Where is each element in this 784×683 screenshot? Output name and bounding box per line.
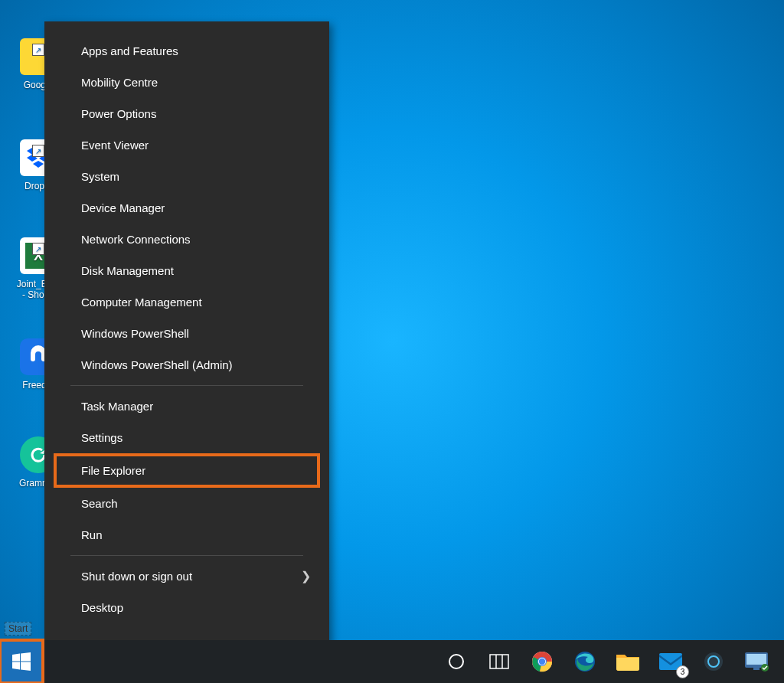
menu-item-settings[interactable]: Settings [44, 422, 329, 453]
menu-item-powershell-admin[interactable]: Windows PowerShell (Admin) [44, 349, 329, 381]
taskbar-edge[interactable] [568, 646, 602, 677]
menu-item-computer-management[interactable]: Computer Management [44, 286, 329, 318]
taskbar-cortana[interactable] [439, 646, 473, 677]
menu-item-powershell[interactable]: Windows PowerShell [44, 318, 329, 349]
menu-item-desktop[interactable]: Desktop [44, 592, 329, 623]
menu-item-task-manager[interactable]: Task Manager [44, 391, 329, 422]
taskbar-task-view[interactable] [482, 646, 516, 677]
menu-item-mobility-centre[interactable]: Mobility Centre [44, 67, 329, 98]
svg-point-0 [449, 655, 463, 668]
taskbar-cortana-app[interactable] [697, 646, 730, 677]
menu-item-disk-management[interactable]: Disk Management [44, 255, 329, 286]
start-button[interactable] [0, 640, 43, 683]
svg-rect-1 [490, 655, 508, 668]
menu-item-device-manager[interactable]: Device Manager [44, 192, 329, 224]
taskbar-mail[interactable]: 3 [654, 646, 688, 677]
menu-item-shutdown[interactable]: Shut down or sign out ❯ [44, 560, 329, 592]
menu-item-apps-features[interactable]: Apps and Features [44, 35, 329, 67]
menu-item-power-options[interactable]: Power Options [44, 98, 329, 129]
menu-item-event-viewer[interactable]: Event Viewer [44, 129, 329, 161]
menu-separator [70, 385, 303, 386]
task-view-icon [489, 654, 509, 669]
menu-item-file-explorer[interactable]: File Explorer [55, 455, 318, 486]
edge-icon [574, 651, 596, 672]
svg-point-8 [539, 658, 545, 665]
menu-item-search[interactable]: Search [44, 488, 329, 519]
cortana-circle-icon [447, 652, 466, 671]
menu-item-network-connections[interactable]: Network Connections [44, 224, 329, 255]
menu-item-system[interactable]: System [44, 161, 329, 192]
monitor-icon [744, 652, 769, 672]
menu-separator [70, 555, 303, 556]
taskbar: 3 [0, 640, 784, 683]
desktop[interactable]: ↗ Google ↗ Drop... X ↗ Joint_Bu... - Sho… [0, 0, 784, 683]
mail-badge: 3 [676, 665, 689, 678]
cortana-app-icon [704, 652, 724, 672]
winx-power-menu: Apps and Features Mobility Centre Power … [44, 21, 329, 663]
svg-rect-15 [753, 668, 760, 670]
svg-rect-14 [746, 654, 766, 665]
start-tooltip: Start [5, 622, 31, 636]
windows-logo-icon [12, 652, 31, 671]
chrome-icon [531, 651, 553, 672]
menu-item-run[interactable]: Run [44, 519, 329, 551]
chevron-right-icon: ❯ [301, 569, 311, 583]
taskbar-chrome[interactable] [525, 646, 559, 677]
taskbar-app-monitor[interactable] [740, 646, 773, 677]
taskbar-file-explorer[interactable] [611, 646, 645, 677]
svg-point-11 [704, 652, 723, 671]
folder-icon [616, 652, 639, 671]
